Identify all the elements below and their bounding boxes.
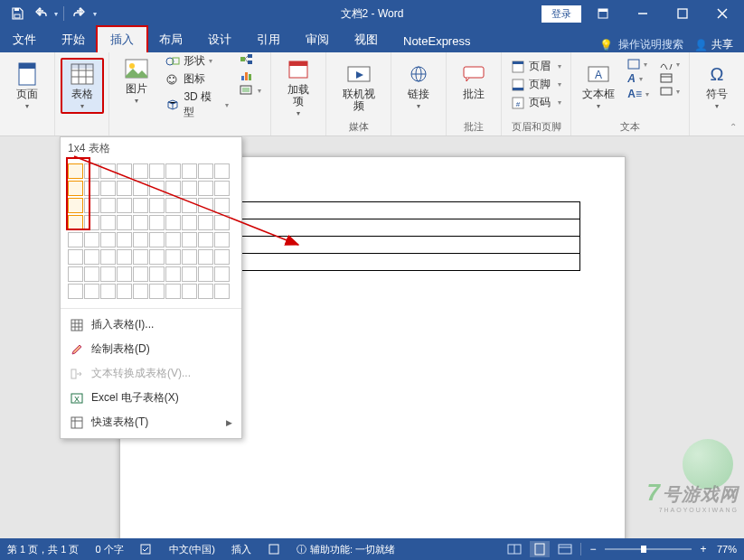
table-grid-cell[interactable] — [149, 181, 165, 196]
table-grid-cell[interactable] — [68, 198, 83, 213]
comment-button[interactable]: 批注 — [452, 58, 495, 104]
table-grid-cell[interactable] — [149, 232, 165, 247]
table-grid-cell[interactable] — [214, 215, 230, 230]
tab-home[interactable]: 开始 — [49, 27, 98, 52]
chart-button[interactable] — [236, 68, 265, 82]
table-grid-cell[interactable] — [133, 215, 148, 230]
table-grid-cell[interactable] — [68, 266, 83, 282]
signature-button[interactable]: ▾ — [656, 58, 683, 70]
table-grid-cell[interactable] — [133, 232, 148, 247]
ribbon-options-button[interactable] — [585, 0, 621, 27]
table-grid-cell[interactable] — [68, 232, 83, 247]
close-button[interactable] — [704, 0, 740, 27]
table-grid-cell[interactable] — [84, 284, 99, 299]
datetime-button[interactable] — [656, 71, 683, 84]
page-status[interactable]: 第 1 页，共 1 页 — [5, 543, 80, 556]
table-grid-cell[interactable] — [165, 266, 181, 282]
table-grid-cell[interactable] — [84, 232, 99, 247]
table-grid-cell[interactable] — [198, 181, 213, 196]
redo-button[interactable] — [70, 4, 89, 23]
quickparts-button[interactable]: ▾ — [624, 58, 653, 70]
login-button[interactable]: 登录 — [542, 5, 581, 23]
table-grid-cell[interactable] — [165, 232, 181, 247]
table-grid-cell[interactable] — [68, 284, 83, 299]
insert-table-menuitem[interactable]: 插入表格(I)... — [61, 313, 241, 337]
table-grid-cell[interactable] — [182, 249, 197, 265]
footer-button[interactable]: 页脚▾ — [507, 76, 565, 93]
web-layout-button[interactable] — [555, 541, 575, 557]
table-grid-cell[interactable] — [68, 215, 83, 230]
word-count[interactable]: 0 个字 — [93, 543, 125, 556]
screenshot-button[interactable]: ▾ — [236, 83, 265, 98]
dropcap-button[interactable]: A≡▾ — [624, 87, 653, 101]
table-grid-cell[interactable] — [68, 163, 83, 179]
save-button[interactable] — [7, 4, 27, 23]
addins-button[interactable]: 加载 项▾ — [277, 53, 320, 121]
table-grid-cell[interactable] — [165, 163, 181, 179]
table-grid-cell[interactable] — [133, 266, 148, 282]
table-grid-cell[interactable] — [149, 163, 165, 179]
smartart-button[interactable] — [236, 52, 265, 67]
zoom-level[interactable]: 77% — [715, 544, 739, 555]
3d-models-button[interactable]: 3D 模型▾ — [162, 89, 232, 121]
table-grid-cell[interactable] — [84, 181, 99, 196]
table-grid-cell[interactable] — [165, 284, 181, 299]
table-grid-cell[interactable] — [214, 198, 230, 213]
table-grid-cell[interactable] — [149, 215, 165, 230]
table-grid-cell[interactable] — [117, 266, 132, 282]
table-grid-cell[interactable] — [165, 198, 181, 213]
table-grid-cell[interactable] — [214, 181, 230, 196]
table-grid-cell[interactable] — [100, 232, 116, 247]
read-mode-button[interactable] — [504, 541, 524, 557]
excel-spreadsheet-menuitem[interactable]: XExcel 电子表格(X) — [61, 386, 241, 410]
online-video-button[interactable]: 联机视频 — [332, 58, 386, 116]
object-button[interactable]: ▾ — [656, 85, 683, 98]
table-grid-cell[interactable] — [165, 181, 181, 196]
table-grid-cell[interactable] — [214, 163, 230, 179]
table-grid-cell[interactable] — [133, 249, 148, 265]
collapse-ribbon-button[interactable]: ⌃ — [730, 122, 737, 132]
table-grid-cell[interactable] — [117, 249, 132, 265]
table-grid-cell[interactable] — [198, 232, 213, 247]
zoom-in-button[interactable]: + — [697, 543, 710, 555]
table-grid-cell[interactable] — [100, 198, 116, 213]
wordart-button[interactable]: A▾ — [624, 71, 653, 86]
table-grid-cell[interactable] — [68, 181, 83, 196]
table-grid-cell[interactable] — [149, 198, 165, 213]
table-grid-cell[interactable] — [149, 284, 165, 299]
header-button[interactable]: 页眉▾ — [507, 58, 565, 75]
tab-view[interactable]: 视图 — [342, 27, 391, 52]
icons-button[interactable]: 图标 — [162, 70, 232, 88]
insert-mode[interactable]: 插入 — [230, 543, 253, 556]
print-layout-button[interactable] — [530, 541, 550, 557]
table-grid-cell[interactable] — [84, 163, 99, 179]
textbox-button[interactable]: A文本框▾ — [577, 58, 620, 114]
language-status[interactable]: 中文(中国) — [167, 543, 217, 556]
table-grid-cell[interactable] — [100, 249, 116, 265]
table-grid-cell[interactable] — [117, 232, 132, 247]
table-grid-cell[interactable] — [214, 266, 230, 282]
table-grid-cell[interactable] — [149, 249, 165, 265]
links-button[interactable]: 链接▾ — [397, 58, 440, 114]
table-grid-cell[interactable] — [214, 284, 230, 299]
table-grid-cell[interactable] — [117, 198, 132, 213]
zoom-thumb[interactable] — [641, 546, 646, 553]
maximize-button[interactable] — [664, 0, 701, 27]
zoom-out-button[interactable]: − — [587, 543, 599, 555]
table-grid-cell[interactable] — [100, 163, 116, 179]
table-grid-cell[interactable] — [117, 215, 132, 230]
macro-status[interactable] — [266, 543, 282, 555]
table-grid-cell[interactable] — [117, 163, 132, 179]
table-grid-cell[interactable] — [214, 232, 230, 247]
table-grid-cell[interactable] — [198, 249, 213, 265]
table-grid-cell[interactable] — [214, 249, 230, 265]
tab-file[interactable]: 文件 — [0, 27, 49, 52]
undo-dropdown-icon[interactable]: ▾ — [54, 10, 58, 18]
table-grid-cell[interactable] — [84, 215, 99, 230]
table-grid-cell[interactable] — [182, 232, 197, 247]
table-grid-cell[interactable] — [133, 198, 148, 213]
table-grid-cell[interactable] — [182, 163, 197, 179]
page-number-button[interactable]: #页码▾ — [507, 94, 565, 111]
pictures-button[interactable]: 图片▾ — [115, 52, 158, 108]
table-grid-cell[interactable] — [198, 198, 213, 213]
